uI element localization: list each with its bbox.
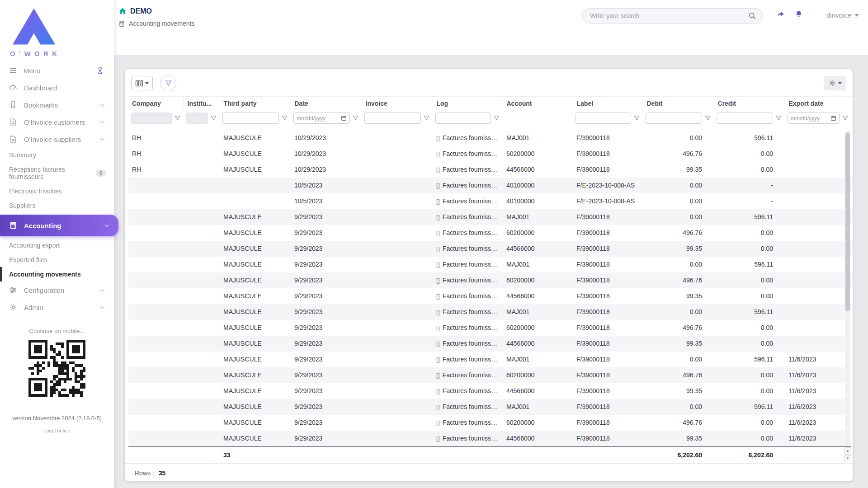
sidebar-subitem-label: Exported files [9,256,47,263]
sidebar-item-o-invoice-customers[interactable]: O'Invoice customers [0,113,114,131]
column-header-account[interactable]: Account [503,97,573,110]
cell-institution [184,225,220,241]
columns-button[interactable] [131,76,153,90]
filter-input-invoice[interactable] [364,113,421,124]
sidebar-item-configuration[interactable]: Configuration [0,282,114,299]
column-header-third_party[interactable]: Third party [220,97,291,110]
filter-funnel-icon[interactable] [352,115,359,122]
sidebar-item-dashboard[interactable]: Dashboard [0,79,114,96]
table-row[interactable]: MAJUSCULE9/29/2023[]Factures fournisseur… [128,336,851,352]
notifications-bell-icon[interactable] [795,10,803,18]
filter-funnel-icon[interactable] [493,115,500,122]
filter-input-third_party[interactable] [222,113,279,124]
sidebar-item-accounting[interactable]: Accounting [0,215,118,236]
column-header-label[interactable]: Label [573,97,643,110]
table-row[interactable]: MAJUSCULE9/29/2023[]Factures fournisseur… [128,257,851,272]
user-menu[interactable]: dinvoice [826,11,859,19]
filter-funnel-icon[interactable] [633,115,640,122]
table-row[interactable]: MAJUSCULE9/29/2023[]Factures fournisseur… [128,399,851,415]
filter-input-debit[interactable] [646,113,702,124]
column-header-credit[interactable]: Credit [714,97,785,110]
legal-notice-link[interactable]: Legal notice [0,428,114,433]
table-row[interactable]: MAJUSCULE9/29/2023[]Factures fournisseur… [128,225,851,241]
table-row[interactable]: MAJUSCULE9/29/2023[]Factures fournisseur… [128,320,851,336]
cell-company [128,225,184,241]
column-header-debit[interactable]: Debit [643,97,714,110]
chevron-down-icon [99,119,106,126]
search-icon[interactable] [748,12,756,20]
table-row[interactable]: 10/5/2023[]Factures fournisseurs40100000… [128,193,851,209]
table-row[interactable]: RHMAJUSCULE10/29/2023[]Factures fourniss… [128,162,851,178]
log-type-icon: [] [436,198,440,205]
column-header-date[interactable]: Date [291,97,362,110]
cell-debit: 99.35 [643,431,714,446]
filter-funnel-icon[interactable] [210,115,217,122]
scroll-up-button[interactable]: ▲ [844,447,851,455]
table-row[interactable]: MAJUSCULE9/29/2023[]Factures fournisseur… [128,367,851,383]
table-settings-button[interactable] [824,76,846,90]
share-icon[interactable] [777,10,785,18]
table-row[interactable]: MAJUSCULE9/29/2023[]Factures fournisseur… [128,304,851,320]
filter-funnel-icon[interactable] [842,115,849,122]
sidebar-subitem-r-ceptions-factures-fournisseurs[interactable]: Réceptions factures fournisseurs0 [0,162,114,184]
sidebar-subitem-suppliers[interactable]: Suppliers [0,198,114,213]
movements-table: CompanyInstitu...Third partyDateInvoiceL… [128,96,851,463]
cell-log: []Factures fournisseurs [433,241,503,257]
column-header-institution[interactable]: Institu... [184,97,220,110]
chevron-down-icon [99,102,106,108]
search-input[interactable] [589,12,748,20]
table-row[interactable]: MAJUSCULE9/29/2023[]Factures fournisseur… [128,415,851,431]
cell-debit: 496.76 [643,225,714,241]
filter-funnel-icon[interactable] [423,115,430,122]
table-row[interactable]: MAJUSCULE9/29/2023[]Factures fournisseur… [128,209,851,225]
column-header-company[interactable]: Company [128,97,184,110]
filter-input-label[interactable] [576,113,631,124]
table-row[interactable]: MAJUSCULE9/29/2023[]Factures fournisseur… [128,352,851,367]
cell-invoice [362,272,433,288]
column-header-export_date[interactable]: Export date [785,97,851,110]
vertical-scrollbar[interactable] [845,131,850,445]
filter-input-institution[interactable] [186,113,208,124]
cell-label: F/39000118 [573,241,643,257]
filter-button[interactable] [160,75,176,91]
sidebar-item-o-invoice-suppliers[interactable]: O'Invoice suppliers [0,131,114,148]
scrollbar-thumb[interactable] [845,132,850,311]
cell-export_date: 11/6/2023 [785,399,851,415]
cell-log: []Factures fournisseurs [433,225,503,241]
table-row[interactable]: RHMAJUSCULE10/29/2023[]Factures fourniss… [128,130,851,146]
table-row[interactable]: MAJUSCULE9/29/2023[]Factures fournisseur… [128,383,851,399]
filter-input-log[interactable] [435,113,491,124]
filter-input-credit[interactable] [717,113,773,124]
pin-menu-icon[interactable] [96,67,104,75]
sidebar-subitem-accounting-export[interactable]: Accounting export [0,238,114,253]
filter-funnel-icon[interactable] [174,115,181,122]
filter-cell-invoice [362,110,433,130]
table-row[interactable]: MAJUSCULE9/29/2023[]Factures fournisseur… [128,431,851,446]
table-row[interactable]: MAJUSCULE9/29/2023[]Factures fournisseur… [128,288,851,304]
table-row[interactable]: RHMAJUSCULE10/29/2023[]Factures fourniss… [128,146,851,162]
filter-date-date[interactable]: mm/dd/yyyy [293,113,350,124]
sidebar-item-label: O'Invoice suppliers [24,136,92,143]
sidebar-item-admin[interactable]: Admin [0,299,114,316]
hamburger-icon[interactable] [9,66,17,75]
filter-funnel-icon[interactable] [704,115,711,122]
table-row[interactable]: 10/5/2023[]Factures fournisseurs40100000… [128,178,851,193]
search-bar[interactable] [582,8,763,23]
filter-funnel-icon[interactable] [775,115,782,122]
rows-count-value: 35 [159,469,166,477]
filter-date-export_date[interactable]: mm/dd/yyyy [788,113,840,124]
filter-funnel-icon[interactable] [281,115,288,122]
cell-debit: 99.35 [643,288,714,304]
cell-invoice [362,193,433,209]
column-header-invoice[interactable]: Invoice [362,97,433,110]
table-row[interactable]: MAJUSCULE9/29/2023[]Factures fournisseur… [128,241,851,257]
table-row[interactable]: MAJUSCULE9/29/2023[]Factures fournisseur… [128,272,851,288]
sidebar-subitem-electronic-invoices[interactable]: Electronic Invoices [0,184,114,198]
scroll-down-button[interactable]: ▼ [844,455,851,462]
sidebar-subitem-accounting-movements[interactable]: Accounting movements [0,267,114,282]
sidebar-item-bookmarks[interactable]: Bookmarks [0,96,114,113]
sidebar-subitem-exported-files[interactable]: Exported files [0,253,114,267]
sidebar-subitem-summary[interactable]: Summary [0,148,114,162]
column-header-log[interactable]: Log [433,97,503,110]
filter-input-company[interactable] [131,113,172,124]
